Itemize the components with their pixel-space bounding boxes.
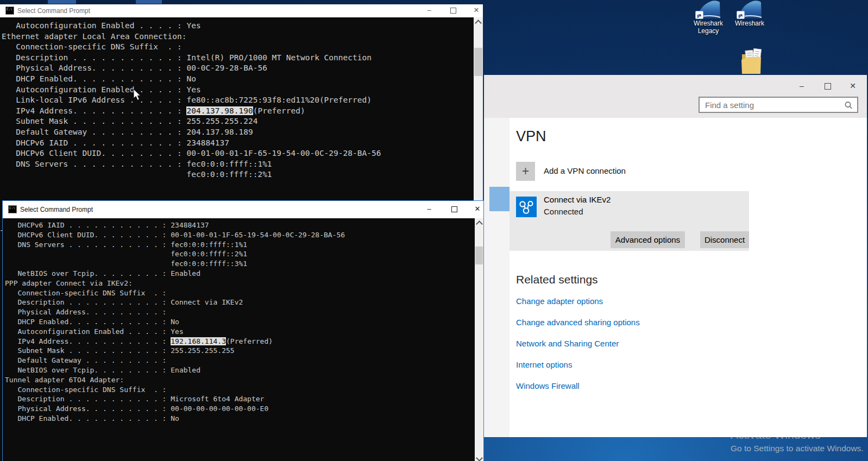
cmd-icon: C:\ — [8, 205, 17, 213]
terminal-line: Physical Address. . . . . . . . . : 00-0… — [2, 63, 483, 74]
vpn-connection-status: Connected — [544, 207, 583, 216]
terminal-line: Subnet Mask . . . . . . . . . . . : 255.… — [5, 346, 483, 356]
add-vpn-connection[interactable]: + Add a VPN connection — [516, 162, 722, 181]
terminal-line: DHCPv6 Client DUID. . . . . . . . : 00-0… — [5, 230, 483, 240]
terminal-line: Description . . . . . . . . . . . : Inte… — [2, 53, 483, 64]
terminal-line: NetBIOS over Tcpip. . . . . . . . : Enab… — [5, 365, 483, 375]
command-prompt-window-front: C:\ Select Command Prompt – ✕ DHCPv6 IAI… — [2, 200, 484, 461]
terminal-line: Default Gateway . . . . . . . . . : 204.… — [2, 127, 483, 138]
cmd-icon: C:\ — [5, 7, 14, 15]
settings-nav-sliver — [484, 118, 510, 437]
activate-windows-line2: Go to Settings to activate Windows. — [731, 444, 864, 453]
terminal-line: Description . . . . . . . . . . . : Conn… — [5, 298, 483, 307]
add-vpn-label: Add a VPN connection — [544, 166, 626, 175]
terminal-line: Subnet Mask . . . . . . . . . . . : 255.… — [2, 116, 483, 127]
scrollbar-thumb[interactable] — [474, 48, 482, 76]
selected-text: 192.168.114.3 — [171, 337, 226, 345]
terminal-line: Autoconfiguration Enabled . . . . : Yes — [2, 85, 483, 96]
desktop-icon-wireshark[interactable]: Wireshark — [729, 0, 770, 27]
vpn-connection-name: Connect via IKEv2 — [544, 195, 611, 204]
advanced-options-button[interactable]: Advanced options — [611, 231, 685, 248]
scroll-up-icon[interactable] — [476, 220, 483, 228]
terminal-line: NetBIOS over Tcpip. . . . . . . . : Enab… — [5, 269, 483, 279]
terminal-line: fec0:0:0:ffff::2%1 — [2, 169, 483, 180]
maximize-button[interactable] — [443, 205, 466, 213]
shortcut-arrow-icon — [695, 11, 703, 19]
scroll-up-icon[interactable] — [475, 20, 482, 27]
terminal-output[interactable]: DHCPv6 IAID . . . . . . . . . . . : 2348… — [3, 218, 483, 461]
terminal-line: DHCPv6 Client DUID. . . . . . . . : 00-0… — [2, 148, 483, 159]
terminal-line: Ethernet adapter Local Area Connection: — [2, 31, 483, 42]
search-icon — [844, 100, 853, 110]
settings-window: – ✕ VPN + Add a VPN connection — [484, 75, 867, 437]
disconnect-button[interactable]: Disconnect — [700, 231, 749, 248]
terminal-line: fec0:0:0:ffff::3%1 — [5, 259, 483, 269]
related-settings-link[interactable]: Change advanced sharing options — [516, 318, 640, 329]
desktop-icon-label: Wireshark — [729, 20, 770, 27]
nav-selected-highlight[interactable] — [489, 187, 510, 211]
terminal-line: Autoconfiguration Enabled . . . . : Yes — [2, 21, 483, 31]
terminal-line: DNS Servers . . . . . . . . . . . : fec0… — [5, 240, 483, 250]
related-settings-link[interactable]: Network and Sharing Center — [516, 339, 640, 350]
maximize-button[interactable] — [819, 80, 837, 92]
scroll-down-icon — [476, 454, 483, 461]
close-button[interactable]: ✕ — [466, 205, 489, 213]
terminal-line: Connection-specific DNS Suffix . : — [5, 288, 483, 298]
vpn-icon — [516, 197, 537, 217]
terminal-line: PPP adapter Connect via IKEv2: — [5, 279, 483, 288]
terminal-line: Connection-specific DNS Suffix . : — [5, 385, 483, 395]
desktop: Activate Windows Go to Settings to activ… — [0, 0, 868, 461]
scroll-down[interactable] — [475, 452, 483, 460]
hidden-icon-fragment — [136, 0, 162, 4]
hidden-icon-fragment — [48, 0, 76, 4]
plus-icon: + — [516, 162, 535, 181]
search-input[interactable] — [700, 98, 857, 112]
terminal-title: Select Command Prompt — [17, 7, 90, 15]
maximize-icon — [451, 206, 457, 212]
minimize-button[interactable]: – — [418, 205, 441, 213]
minimize-button[interactable]: – — [792, 80, 811, 92]
terminal-line: Description . . . . . . . . . . . : Micr… — [5, 394, 483, 404]
terminal-line: DHCP Enabled. . . . . . . . . . . : No — [5, 414, 483, 424]
settings-search-box[interactable] — [699, 97, 858, 113]
terminal-title: Select Command Prompt — [20, 206, 93, 213]
terminal-line: Connection-specific DNS Suffix . : — [2, 42, 483, 53]
terminal-line: DHCP Enabled. . . . . . . . . . . : No — [2, 74, 483, 85]
terminal-line: DHCPv6 IAID . . . . . . . . . . . : 2348… — [5, 220, 483, 230]
folder-icon[interactable] — [740, 48, 764, 78]
related-settings-link[interactable]: Windows Firewall — [516, 381, 640, 392]
terminal-line: DHCP Enabled. . . . . . . . . . . : No — [5, 317, 483, 327]
shortcut-arrow-icon — [737, 11, 745, 19]
terminal-line: IPv4 Address. . . . . . . . . . . : 204.… — [2, 106, 483, 117]
maximize-icon — [450, 8, 456, 14]
selected-text: 204.137.98.190 — [186, 106, 253, 115]
terminal-line: Tunnel adapter 6TO4 Adapter: — [5, 375, 483, 385]
desktop-icon-wireshark-legacy[interactable]: Wireshark Legacy — [688, 0, 729, 35]
terminal-line: Default Gateway . . . . . . . . . : — [5, 356, 483, 365]
close-button[interactable]: ✕ — [465, 6, 488, 14]
terminal-line: Autoconfiguration Enabled . . . . : Yes — [5, 327, 483, 337]
minimize-button[interactable]: – — [418, 6, 441, 14]
terminal-line: DHCPv6 IAID . . . . . . . . . . . : 2348… — [2, 138, 483, 149]
related-settings-links: Change adapter optionsChange advanced sh… — [516, 296, 640, 402]
related-settings-link[interactable]: Change adapter options — [516, 296, 640, 307]
maximize-button[interactable] — [442, 6, 464, 14]
terminal-titlebar[interactable]: C:\ Select Command Prompt – ✕ — [0, 4, 483, 17]
terminal-line: Physical Address. . . . . . . . . : 00-0… — [5, 404, 483, 414]
scrollbar-thumb[interactable] — [475, 247, 483, 264]
scrollbar[interactable] — [475, 218, 483, 461]
page-title: VPN — [516, 128, 546, 145]
settings-titlebar: – ✕ — [484, 75, 867, 118]
terminal-line: IPv4 Address. . . . . . . . . . . : 192.… — [5, 337, 483, 346]
vpn-connection-item[interactable]: Connect via IKEv2 Connected Advanced opt… — [510, 191, 749, 251]
terminal-line: fec0:0:0:ffff::2%1 — [5, 249, 483, 259]
close-button[interactable]: ✕ — [844, 80, 862, 92]
mouse-cursor — [133, 89, 142, 102]
terminal-line: Link-local IPv6 Address . . . . . : fe80… — [2, 95, 483, 106]
terminal-line: Physical Address. . . . . . . . . : — [5, 307, 483, 317]
maximize-icon — [825, 83, 831, 90]
related-settings-link[interactable]: Internet options — [516, 360, 640, 371]
related-settings-heading: Related settings — [516, 273, 598, 286]
terminal-line: DNS Servers . . . . . . . . . . . : fec0… — [2, 159, 483, 170]
terminal-titlebar[interactable]: C:\ Select Command Prompt – ✕ — [3, 201, 483, 218]
